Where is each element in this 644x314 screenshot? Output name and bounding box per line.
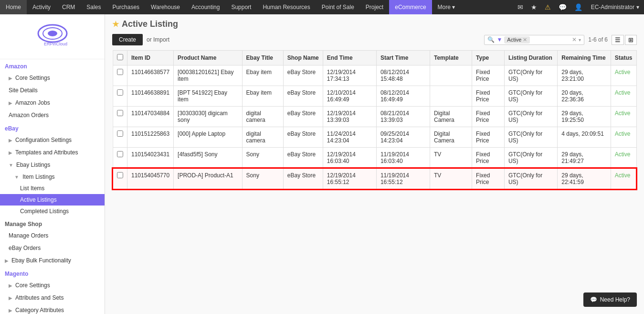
table-row[interactable]: 110154023431 [4fasd5f5] Sony Sony eBay S… <box>113 148 636 169</box>
view-toggle: ☰ ⊞ <box>612 35 637 45</box>
user-menu[interactable]: EC-Administrator ▾ <box>586 4 644 11</box>
cell-listing-duration: GTC(Only for US) <box>504 107 557 127</box>
section-magento: Magento <box>0 267 105 279</box>
clear-search-icon[interactable]: ✕ <box>572 36 577 43</box>
section-ebay: eBay <box>0 121 105 134</box>
table-row[interactable]: 110146638577 [000381201621] Ebay item Eb… <box>113 65 636 86</box>
nav-project[interactable]: Project <box>360 0 389 14</box>
sidebar-item-completed-listings[interactable]: Completed Listings <box>0 206 105 217</box>
sidebar-item-item-listings[interactable]: ▼ Item Listings <box>0 171 105 183</box>
help-label: Need Help? <box>600 296 630 303</box>
search-dropdown-icon[interactable]: ▾ <box>579 37 581 43</box>
th-shop-name: Shop Name <box>283 51 323 65</box>
nav-home[interactable]: Home <box>0 0 27 14</box>
select-all-checkbox[interactable] <box>117 54 123 60</box>
sidebar-item-category-attributes[interactable]: ▶ Category Attributes <box>0 304 105 314</box>
create-button[interactable]: Create <box>112 34 143 45</box>
cell-product-name: [PROD-A] Product-A1 <box>174 168 242 189</box>
cell-start-time: 08/21/2014 13:39:03 <box>376 107 430 127</box>
cell-item-id: 110154045770 <box>127 168 174 189</box>
cell-type: Fixed Price <box>472 65 505 86</box>
cell-product-name: [BPT 541922] Ebay item <box>174 86 242 107</box>
cell-ebay-title: digital camera <box>242 127 283 148</box>
sidebar-item-attributes-sets[interactable]: ▶ Attributes and Sets <box>0 292 105 304</box>
th-status: Status <box>611 51 636 65</box>
row-checkbox[interactable] <box>117 130 123 137</box>
nav-ecommerce[interactable]: eCommerce <box>389 0 432 14</box>
sidebar-item-core-settings-amazon[interactable]: ▶ Core Settings <box>0 72 105 84</box>
sidebar-item-config-settings[interactable]: ▶ Configuration Settings <box>0 134 105 146</box>
cell-start-time: 11/19/2014 16:03:40 <box>376 148 430 169</box>
cell-remaining-time: 29 days, 22:41:59 <box>558 168 611 189</box>
nav-purchases[interactable]: Purchases <box>106 0 145 14</box>
cell-type: Fixed Price <box>472 127 505 148</box>
row-checkbox[interactable] <box>117 110 123 116</box>
cell-listing-duration: GTC(Only for US) <box>504 168 557 189</box>
sidebar-item-manage-orders[interactable]: Manage Orders <box>0 229 105 242</box>
sidebar-item-templates-attributes[interactable]: ▶ Templates and Attributes <box>0 146 105 159</box>
nav-sales[interactable]: Sales <box>81 0 106 14</box>
row-checkbox[interactable] <box>117 89 123 96</box>
filter-remove-icon[interactable]: ✕ <box>523 37 527 43</box>
profile-icon[interactable]: 👤 <box>570 3 586 11</box>
row-checkbox[interactable] <box>117 172 123 178</box>
sidebar-item-active-listings[interactable]: Active Listings <box>0 194 105 206</box>
cell-listing-duration: GTC(Only for US) <box>504 148 557 169</box>
help-widget[interactable]: 💬 Need Help? <box>583 292 637 307</box>
row-checkbox[interactable] <box>117 151 123 157</box>
table-row[interactable]: 110147034884 [30303030] digicam sony dig… <box>113 107 636 127</box>
cell-end-time: 11/24/2014 14:23:04 <box>323 127 376 148</box>
nav-support[interactable]: Support <box>225 0 257 14</box>
nav-activity[interactable]: Activity <box>27 0 56 14</box>
table-row[interactable]: 110154045770 [PROD-A] Product-A1 Sony eB… <box>113 168 636 189</box>
table-row[interactable]: 110151225863 [000] Apple Laptop digital … <box>113 127 636 148</box>
alert-icon[interactable]: ⚠ <box>541 3 555 11</box>
sidebar-item-site-details[interactable]: Site Details <box>0 84 105 97</box>
cell-remaining-time: 29 days, 23:21:00 <box>558 65 611 86</box>
search-bar: 🔍 ▼ Active ✕ ✕ ▾ <box>484 35 584 45</box>
nav-warehouse[interactable]: Warehouse <box>145 0 186 14</box>
toolbar-left: Create or Import <box>112 34 171 45</box>
th-checkbox[interactable] <box>113 51 127 65</box>
nav-accounting[interactable]: Accounting <box>186 0 225 14</box>
expand-sub-arrow-icon: ▼ <box>14 174 19 180</box>
filter-icon[interactable]: ▼ <box>496 36 502 43</box>
nav-crm[interactable]: CRM <box>56 0 81 14</box>
cell-ebay-title: Sony <box>242 168 283 189</box>
table-row[interactable]: 110146638891 [BPT 541922] Ebay item Ebay… <box>113 86 636 107</box>
cell-shop-name: eBay Store <box>283 127 323 148</box>
chat-icon[interactable]: 💬 <box>555 3 570 11</box>
th-listing-duration: Listing Duration <box>504 51 557 65</box>
email-icon[interactable]: ✉ <box>514 3 527 11</box>
cell-start-time: 09/25/2014 14:23:04 <box>376 127 430 148</box>
sidebar-item-list-items[interactable]: List Items <box>0 183 105 194</box>
nav-pos[interactable]: Point of Sale <box>316 0 360 14</box>
sidebar-item-amazon-orders[interactable]: Amazon Orders <box>0 109 105 121</box>
sidebar-item-ebay-bulk[interactable]: ▶ Ebay Bulk Functionality <box>0 254 105 267</box>
search-input[interactable] <box>532 36 570 43</box>
sidebar-item-ebay-orders[interactable]: eBay Orders <box>0 242 105 254</box>
nav-more[interactable]: More ▾ <box>432 0 461 14</box>
cell-listing-duration: GTC(Only for US) <box>504 65 557 86</box>
sidebar: ERPinCloud Amazon ▶ Core Settings Site D… <box>0 14 105 314</box>
cell-remaining-time: 4 days, 20:09:51 <box>558 127 611 148</box>
sidebar-item-amazon-jobs[interactable]: ▶ Amazon Jobs <box>0 97 105 109</box>
cell-product-name: [000] Apple Laptop <box>174 127 242 148</box>
sidebar-item-core-settings-magento[interactable]: ▶ Core Settings <box>0 279 105 292</box>
cell-product-name: [30303030] digicam sony <box>174 107 242 127</box>
cell-template <box>430 65 472 86</box>
cell-template: Digital Camera <box>430 127 472 148</box>
list-view-button[interactable]: ☰ <box>612 35 624 45</box>
expand-arrow-icon: ▶ <box>9 76 12 81</box>
favorite-star-icon[interactable]: ★ <box>112 20 119 29</box>
grid-view-button[interactable]: ⊞ <box>625 35 637 45</box>
svg-text:ERPinCloud: ERPinCloud <box>44 42 67 46</box>
svg-point-2 <box>48 31 57 36</box>
row-checkbox[interactable] <box>117 69 123 75</box>
cell-template: Digital Camera <box>430 107 472 127</box>
favorites-icon[interactable]: ★ <box>527 3 541 11</box>
sidebar-item-ebay-listings[interactable]: ▼ Ebay Listings <box>0 159 105 171</box>
th-start-time: Start Time <box>376 51 430 65</box>
more-arrow-icon: ▾ <box>452 4 455 11</box>
nav-hr[interactable]: Human Resources <box>257 0 316 14</box>
